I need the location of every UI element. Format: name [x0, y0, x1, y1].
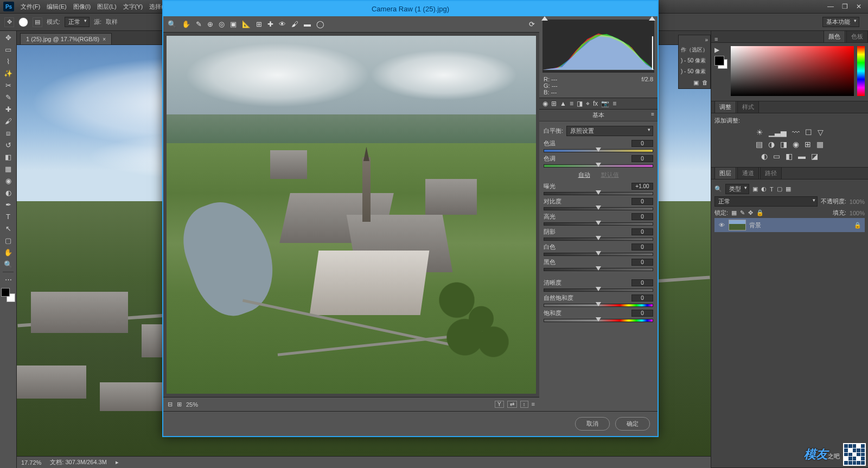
tab-close-icon[interactable]: × [103, 36, 106, 42]
poster-adj-icon[interactable]: ▭ [773, 152, 780, 161]
camera-raw-title[interactable]: Camera Raw (1 (25).jpg) [163, 1, 658, 16]
vibrance-slider[interactable] [544, 304, 653, 307]
cr-zoom-out-icon[interactable]: ⊟ [168, 401, 173, 408]
shadows-value[interactable]: 0 [631, 228, 653, 235]
filter-type-icon[interactable]: T [770, 186, 774, 193]
cr-preview-toggle[interactable]: Y [495, 401, 504, 408]
foreground-color-swatch[interactable] [1, 288, 10, 297]
eyedrop-tool-icon[interactable]: ✎ [2, 92, 15, 103]
filter-kind-icon[interactable]: 🔍 [714, 185, 722, 193]
cr-target-adj-icon[interactable]: ◎ [219, 20, 225, 28]
zoom-readout[interactable]: 17.72% [21, 459, 41, 466]
cr-wb-tool-icon[interactable]: ✎ [196, 20, 202, 28]
styles-tab[interactable]: 样式 [737, 101, 759, 113]
blend-mode-dropdown[interactable]: 正常 [65, 17, 90, 27]
whites-slider[interactable] [544, 253, 653, 256]
color-field[interactable] [731, 46, 854, 96]
history-mini-panel[interactable]: » 作（选区） ) - 50 像素 ) - 50 像素 ▣ 🗑 [678, 35, 711, 89]
cr-cal-tab-icon[interactable]: 📷 [601, 100, 609, 107]
cr-rotate-icon[interactable]: ⟳ [529, 20, 535, 28]
gradient-tool-icon[interactable]: ▦ [2, 163, 15, 175]
lut-adj-icon[interactable]: ▦ [816, 140, 824, 149]
color-tab[interactable]: 颜色 [824, 30, 845, 42]
history-brush-tool-icon[interactable]: ↺ [2, 139, 15, 151]
invert-adj-icon[interactable]: ◐ [761, 152, 768, 161]
cr-basic-tab-icon[interactable]: ◉ [542, 100, 548, 107]
selcolor-adj-icon[interactable]: ◪ [811, 152, 818, 161]
cr-fx-tab-icon[interactable]: fx [593, 100, 598, 107]
highlights-value[interactable]: 0 [631, 213, 653, 220]
workspace-dropdown[interactable]: 基本功能 [822, 17, 859, 27]
exposure-adj-icon[interactable]: ☐ [805, 128, 812, 137]
lasso-tool-icon[interactable]: ⌇ [2, 56, 15, 67]
brush-tool-icon[interactable]: 🖌 [2, 116, 15, 127]
cr-transform-icon[interactable]: ⊞ [256, 20, 262, 28]
clarity-slider[interactable] [544, 289, 653, 292]
stamp-tool-icon[interactable]: ⧇ [2, 127, 15, 139]
menu-image[interactable]: 图像(I) [73, 3, 91, 11]
opacity-value[interactable]: 100% [850, 198, 865, 205]
marquee-tool-icon[interactable]: ▭ [2, 44, 15, 55]
brightness-adj-icon[interactable]: ☀ [756, 128, 763, 137]
temperature-value[interactable]: 0 [631, 140, 653, 147]
panel-color-swatch[interactable] [714, 56, 727, 69]
vibrance-adj-icon[interactable]: ▽ [818, 128, 824, 137]
status-arrow-icon[interactable]: ▸ [116, 459, 119, 466]
menu-layer[interactable]: 图层(L) [97, 3, 116, 11]
adjustments-tab[interactable]: 调整 [714, 101, 736, 113]
cr-view-options-icon[interactable]: ≡ [532, 401, 535, 408]
chan-mixer-adj-icon[interactable]: ⊞ [805, 140, 811, 149]
fill-value[interactable]: 100% [850, 210, 865, 216]
color-play-icon[interactable]: ▶ [714, 46, 727, 54]
shadows-slider[interactable] [544, 238, 653, 241]
cr-presets-tab-icon[interactable]: ≡ [612, 100, 616, 107]
cr-panel-menu-icon[interactable]: ≡ [651, 111, 654, 117]
cr-hsl-tab-icon[interactable]: ≡ [570, 100, 573, 107]
panel-options-icon[interactable]: ≡ [714, 36, 718, 42]
menu-edit[interactable]: 编辑(E) [47, 3, 67, 11]
zoom-tool-icon[interactable]: 🔍 [2, 259, 15, 270]
document-tab[interactable]: 1 (25).jpg @ 17.7%(RGB/8) × [20, 33, 112, 44]
cr-radial-icon[interactable]: ◯ [316, 20, 324, 28]
hue-slider[interactable] [857, 46, 865, 96]
cr-swap-icon[interactable]: ↕ [520, 401, 528, 408]
clarity-value[interactable]: 0 [631, 279, 653, 286]
cr-spot-icon[interactable]: ✚ [267, 20, 273, 28]
hand-tool-icon[interactable]: ✋ [2, 247, 15, 258]
colbal-adj-icon[interactable]: ◑ [768, 140, 775, 149]
exposure-slider[interactable] [544, 192, 653, 195]
cr-before-after-icon[interactable]: ⇄ [507, 401, 517, 408]
pen-tool-icon[interactable]: ✒ [2, 199, 15, 210]
cancel-button[interactable]: 取消 [575, 417, 610, 431]
cr-lens-tab-icon[interactable]: ⌖ [586, 100, 590, 107]
cr-preview[interactable] [167, 36, 536, 394]
brush-preview-icon[interactable] [18, 17, 28, 27]
layer-item-background[interactable]: 👁 背景 🔒 [714, 218, 865, 232]
vibrance-value[interactable]: 0 [631, 294, 653, 302]
wb-dropdown[interactable]: 原照设置 [566, 126, 653, 136]
photo-filter-adj-icon[interactable]: ◉ [793, 140, 799, 149]
whites-value[interactable]: 0 [631, 243, 653, 251]
cr-detail-tab-icon[interactable]: ▲ [560, 100, 566, 107]
cr-crop-tool-icon[interactable]: ▣ [230, 20, 237, 28]
type-tool-icon[interactable]: T [2, 211, 15, 222]
menu-file[interactable]: 文件(F) [21, 3, 40, 11]
tint-value[interactable]: 0 [631, 155, 653, 162]
temperature-slider[interactable] [544, 149, 653, 152]
contrast-slider[interactable] [544, 207, 653, 210]
blur-tool-icon[interactable]: ◉ [2, 175, 15, 187]
layers-tab[interactable]: 图层 [714, 167, 736, 179]
cr-hand-tool-icon[interactable]: ✋ [182, 20, 190, 28]
layer-name[interactable]: 背景 [749, 221, 761, 229]
filter-shape-icon[interactable]: ▢ [777, 185, 782, 193]
eraser-tool-icon[interactable]: ◧ [2, 151, 15, 163]
default-link[interactable]: 默认值 [601, 171, 619, 179]
curves-adj-icon[interactable]: 〰 [792, 128, 800, 137]
tint-slider[interactable] [544, 164, 653, 168]
cr-brush-icon[interactable]: 🖌 [291, 20, 298, 28]
cr-redeye-icon[interactable]: 👁 [279, 20, 286, 28]
levels-adj-icon[interactable]: ▁▃▅ [769, 128, 787, 137]
histogram[interactable] [542, 20, 654, 73]
lock-all-icon[interactable]: 🔒 [756, 209, 764, 216]
cr-straighten-icon[interactable]: 📐 [242, 20, 251, 28]
